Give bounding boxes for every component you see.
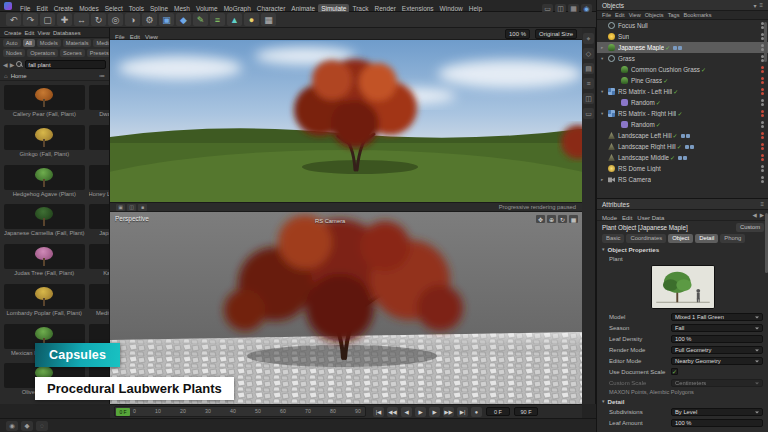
console-icon[interactable]: ▭ bbox=[583, 108, 594, 119]
section-object-properties[interactable]: Object Properties bbox=[597, 244, 768, 254]
asset-filter-button[interactable]: Presets bbox=[87, 49, 110, 57]
custom-scale-dropdown[interactable]: Centimeters bbox=[671, 379, 763, 387]
attribute-tab[interactable]: Detail bbox=[695, 234, 718, 243]
object-tree-row[interactable]: ▾ RS Matrix - Left Hill bbox=[597, 86, 768, 97]
filter-icon[interactable]: ▾ bbox=[753, 2, 756, 9]
takes-icon[interactable]: ◫ bbox=[583, 93, 594, 104]
prev-key-icon[interactable]: ◀◀ bbox=[387, 407, 398, 417]
viewport-rotate-icon[interactable]: ↻ bbox=[558, 215, 567, 223]
end-frame-field[interactable]: 90 F bbox=[514, 407, 538, 416]
viewport-zoom-icon[interactable]: ⊕ bbox=[547, 215, 556, 223]
coordinates-icon[interactable]: ⌖ bbox=[583, 33, 594, 44]
enable-checkmark[interactable] bbox=[700, 66, 707, 73]
asset-thumbnail[interactable]: Judas Tree (Fall, Plant) bbox=[3, 243, 86, 279]
mograph-icon[interactable]: ▲ bbox=[227, 13, 242, 26]
object-tree-row[interactable]: Random bbox=[597, 119, 768, 130]
panel-menu-icon[interactable]: ≡ bbox=[759, 2, 763, 9]
asset-filter-button[interactable]: Operators bbox=[27, 49, 58, 57]
sort-icon[interactable]: ≔ bbox=[99, 72, 105, 79]
viewport-layout-icon[interactable]: ▦ bbox=[569, 215, 578, 223]
objects-menu-item[interactable]: File bbox=[602, 12, 611, 18]
asset-location-bar[interactable]: ⌂ Home ≔ bbox=[0, 71, 109, 81]
expand-arrow-icon[interactable]: ▾ bbox=[601, 111, 608, 116]
asset-thumbnail[interactable]: Ginkgo (Fall, Plant) bbox=[3, 124, 86, 160]
object-tree-row[interactable]: Landscape Left Hill bbox=[597, 130, 768, 141]
expand-arrow-icon[interactable]: ▸ bbox=[601, 177, 608, 182]
prev-frame-icon[interactable]: ◀ bbox=[401, 407, 412, 417]
camera-tool-icon[interactable]: ▦ bbox=[261, 13, 276, 26]
asset-menu-item[interactable]: Edit bbox=[24, 30, 34, 36]
asset-thumbnail[interactable]: Japanese Larch (Fall, Plant) bbox=[88, 203, 109, 239]
object-tree-row[interactable]: ▾ Grass bbox=[597, 53, 768, 64]
pause-render-icon[interactable]: ■ bbox=[138, 204, 147, 211]
search-input[interactable] bbox=[25, 60, 106, 69]
render-viewport[interactable] bbox=[110, 40, 582, 202]
scale-tool-icon[interactable]: ↔ bbox=[74, 13, 89, 26]
object-tree-row[interactable]: Sun bbox=[597, 31, 768, 42]
move-tool-icon[interactable]: ✚ bbox=[57, 13, 72, 26]
visibility-dots[interactable] bbox=[761, 132, 764, 139]
panel-menu-icon[interactable]: ≡ bbox=[760, 201, 764, 207]
asset-thumbnail[interactable]: Dwarf Mountain Pine (Plant) bbox=[88, 84, 109, 120]
visibility-dots[interactable] bbox=[761, 110, 764, 117]
enable-checkmark[interactable] bbox=[662, 77, 669, 84]
enable-checkmark[interactable] bbox=[655, 99, 662, 106]
render-view-icon[interactable]: ◎ bbox=[108, 13, 123, 26]
season-dropdown[interactable]: Fall bbox=[671, 324, 763, 332]
visibility-dots[interactable] bbox=[761, 99, 764, 106]
section-detail[interactable]: Detail bbox=[597, 396, 768, 406]
objects-menu-item[interactable]: Objects bbox=[645, 12, 664, 18]
enable-checkmark[interactable] bbox=[672, 132, 679, 139]
asset-filter-button[interactable]: Scenes bbox=[60, 49, 85, 57]
object-tree-row[interactable]: Landscape Right Hill bbox=[597, 141, 768, 152]
visibility-dots[interactable] bbox=[761, 88, 764, 95]
asset-menu-item[interactable]: View bbox=[37, 30, 49, 36]
asset-filter-button[interactable]: Models bbox=[37, 39, 61, 47]
render-view-menu-item[interactable]: File bbox=[115, 34, 125, 40]
object-tree-row[interactable]: ▸ Japanese Maple bbox=[597, 42, 768, 53]
object-tree-row[interactable]: Random bbox=[597, 97, 768, 108]
render-region-icon[interactable]: ◑ bbox=[125, 13, 140, 26]
objects-menu-item[interactable]: Bookmarks bbox=[683, 12, 711, 18]
enable-checkmark[interactable] bbox=[664, 44, 671, 51]
render-view-menu-item[interactable]: Edit bbox=[130, 34, 140, 40]
preset-dropdown[interactable]: Custom bbox=[736, 223, 764, 232]
spline-icon[interactable]: ≡ bbox=[210, 13, 225, 26]
redo-icon[interactable]: ↷ bbox=[23, 13, 38, 26]
viewport-pan-icon[interactable]: ✥ bbox=[536, 215, 545, 223]
primitive-cube-icon[interactable]: ◆ bbox=[176, 13, 191, 26]
pen-tool-icon[interactable]: ✎ bbox=[193, 13, 208, 26]
attribute-tab[interactable]: Phong bbox=[720, 234, 745, 243]
object-tree-row[interactable]: Pine Grass bbox=[597, 75, 768, 86]
snap-icon[interactable]: ◇ bbox=[583, 48, 594, 59]
back-icon[interactable]: ◀ bbox=[3, 61, 8, 68]
object-tree-row[interactable]: Focus Null bbox=[597, 20, 768, 31]
object-tree-row[interactable]: Landscape Middle bbox=[597, 152, 768, 163]
record-icon[interactable]: ● bbox=[471, 407, 482, 417]
enable-checkmark[interactable] bbox=[672, 88, 679, 95]
asset-thumbnail[interactable]: Mediterranean Cypress (Plant) bbox=[88, 283, 109, 319]
fit-mode-dropdown[interactable]: Original Size bbox=[535, 29, 577, 39]
use-document-scale-checkbox[interactable]: ✓ bbox=[671, 368, 678, 375]
objects-menu-item[interactable]: View bbox=[629, 12, 641, 18]
layers-icon[interactable]: ≡ bbox=[583, 78, 594, 89]
workplane-icon[interactable]: ▤ bbox=[583, 63, 594, 74]
goto-end-icon[interactable]: ▶| bbox=[457, 407, 468, 417]
play-icon[interactable]: ▶ bbox=[415, 407, 426, 417]
forward-icon[interactable]: ▶ bbox=[10, 61, 15, 68]
material-icon[interactable]: ▣ bbox=[159, 13, 174, 26]
history-back-icon[interactable]: ◀ bbox=[753, 212, 757, 218]
objects-menu-item[interactable]: Edit bbox=[615, 12, 625, 18]
render-view-menu-item[interactable]: View bbox=[145, 34, 158, 40]
rotate-tool-icon[interactable]: ↻ bbox=[91, 13, 106, 26]
goto-start-icon[interactable]: |◀ bbox=[373, 407, 384, 417]
editor-mode-dropdown[interactable]: Nearby Geometry bbox=[671, 357, 763, 365]
next-key-icon[interactable]: ▶▶ bbox=[443, 407, 454, 417]
asset-filter-button[interactable]: Materials bbox=[63, 39, 92, 47]
objects-menu-item[interactable]: Tags bbox=[668, 12, 680, 18]
visibility-dots[interactable] bbox=[761, 121, 764, 128]
undo-icon[interactable]: ↶ bbox=[6, 13, 21, 26]
snapshot-icon[interactable]: ▣ bbox=[116, 204, 125, 211]
leaf-amount-field[interactable]: 100 % bbox=[671, 419, 763, 427]
asset-thumbnail[interactable]: Hedgehog Agave (Plant) bbox=[3, 164, 86, 200]
